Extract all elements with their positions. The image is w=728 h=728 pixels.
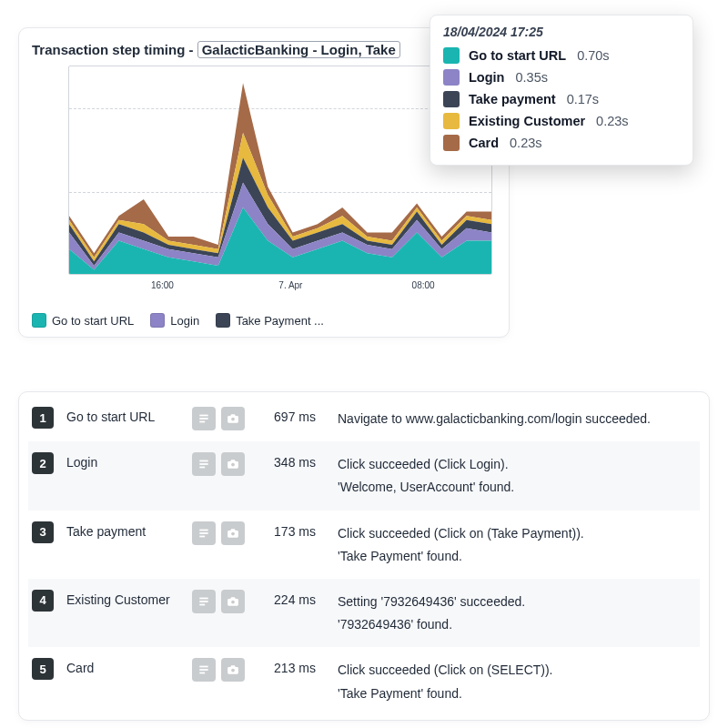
- log-icon[interactable]: [192, 452, 216, 476]
- x-tick-label: 16:00: [151, 280, 174, 290]
- tooltip-label: Card: [469, 136, 499, 150]
- legend-item[interactable]: Login: [150, 313, 199, 328]
- step-description: Click succeeded (Click on (Take Payment)…: [338, 521, 696, 568]
- tooltip-value: 0.17s: [567, 92, 599, 106]
- step-description: Click succeeded (Click Login).'Welcome, …: [338, 452, 696, 499]
- x-tick-label: 08:00: [412, 280, 435, 290]
- tooltip-row: Go to start URL 0.70s: [443, 45, 680, 66]
- step-row: 3 Take payment 173 ms Click succeeded (C…: [28, 511, 700, 579]
- legend-swatch: [32, 313, 46, 328]
- tooltip-row: Existing Customer 0.23s: [443, 110, 680, 132]
- step-name: Existing Customer: [66, 590, 192, 607]
- legend-label: Go to start URL: [52, 314, 134, 328]
- x-tick-label: 7. Apr: [278, 280, 302, 290]
- tooltip-row: Card 0.23s: [443, 132, 680, 154]
- screenshot-icon[interactable]: [221, 521, 245, 545]
- step-actions: [192, 452, 256, 476]
- tooltip-swatch: [443, 47, 460, 64]
- step-number-badge: 5: [32, 658, 54, 680]
- step-number-badge: 3: [32, 521, 54, 543]
- legend-swatch: [150, 313, 165, 328]
- tooltip-swatch: [443, 91, 460, 107]
- svg-point-11: [231, 531, 235, 535]
- step-description: Click succeeded (Click on (SELECT)).'Tak…: [338, 658, 696, 704]
- step-row: 1 Go to start URL 697 ms Navigate to www…: [28, 396, 700, 441]
- tooltip-label: Login: [469, 70, 504, 85]
- tooltip-timestamp: 18/04/2024 17:25: [443, 25, 680, 39]
- screenshot-icon[interactable]: [221, 658, 245, 682]
- step-number-badge: 2: [32, 452, 54, 474]
- chart-title: Transaction step timing - GalacticBankin…: [32, 41, 496, 58]
- tooltip-value: 0.23s: [596, 114, 628, 128]
- step-duration: 213 ms: [256, 658, 338, 675]
- chart-title-chip[interactable]: GalacticBanking - Login, Take: [197, 41, 400, 58]
- tooltip-swatch: [443, 69, 460, 86]
- log-icon[interactable]: [192, 521, 216, 545]
- step-number-badge: 4: [32, 590, 54, 612]
- chart-title-prefix: Transaction step timing -: [32, 42, 197, 57]
- tooltip-label: Go to start URL: [469, 48, 566, 63]
- step-number-badge: 1: [32, 407, 54, 429]
- step-row: 5 Card 213 ms Click succeeded (Click on …: [28, 647, 700, 715]
- tooltip-row: Login 0.35s: [443, 66, 680, 88]
- tooltip-row: Take payment 0.17s: [443, 88, 680, 110]
- step-description: Navigate to www.galacticbanking.com/logi…: [338, 407, 696, 430]
- step-row: 4 Existing Customer 224 ms Setting '7932…: [28, 579, 700, 647]
- log-icon[interactable]: [192, 658, 216, 682]
- screenshot-icon[interactable]: [221, 452, 245, 476]
- step-description: Setting '7932649436' succeeded.'79326494…: [338, 590, 696, 636]
- legend-item[interactable]: Go to start URL: [32, 313, 134, 328]
- tooltip-swatch: [443, 135, 460, 151]
- svg-point-19: [231, 669, 235, 672]
- svg-point-15: [231, 601, 235, 604]
- legend-label: Login: [170, 314, 199, 328]
- svg-point-7: [231, 463, 235, 467]
- step-name: Card: [66, 658, 192, 675]
- tooltip-value: 0.70s: [577, 48, 609, 63]
- step-actions: [192, 590, 256, 613]
- step-row: 2 Login 348 ms Click succeeded (Click Lo…: [28, 441, 700, 510]
- chart-tooltip: 18/04/2024 17:25 Go to start URL 0.70sLo…: [430, 15, 693, 166]
- legend-item[interactable]: Take Payment ...: [216, 313, 324, 328]
- tooltip-label: Existing Customer: [469, 114, 585, 128]
- steps-card: 1 Go to start URL 697 ms Navigate to www…: [18, 391, 710, 721]
- step-actions: [192, 521, 256, 545]
- chart-legend: Go to start URLLoginTake Payment ...: [32, 313, 496, 328]
- tooltip-swatch: [443, 113, 460, 129]
- step-name: Go to start URL: [66, 407, 192, 424]
- log-icon[interactable]: [192, 407, 216, 430]
- step-actions: [192, 658, 256, 682]
- legend-swatch: [216, 313, 230, 328]
- screenshot-icon[interactable]: [221, 590, 245, 613]
- step-duration: 348 ms: [256, 452, 338, 470]
- step-duration: 224 ms: [256, 590, 338, 607]
- step-duration: 173 ms: [256, 521, 338, 539]
- log-icon[interactable]: [192, 590, 216, 613]
- step-name: Take payment: [66, 521, 192, 539]
- screenshot-icon[interactable]: [221, 407, 245, 430]
- svg-point-3: [231, 418, 235, 421]
- x-axis: 16:007. Apr08:00: [68, 278, 496, 300]
- step-actions: [192, 407, 256, 430]
- step-name: Login: [66, 452, 192, 470]
- tooltip-label: Take payment: [469, 92, 556, 106]
- step-duration: 697 ms: [256, 407, 338, 424]
- tooltip-value: 0.35s: [515, 70, 547, 85]
- legend-label: Take Payment ...: [236, 314, 324, 328]
- tooltip-value: 0.23s: [510, 136, 541, 150]
